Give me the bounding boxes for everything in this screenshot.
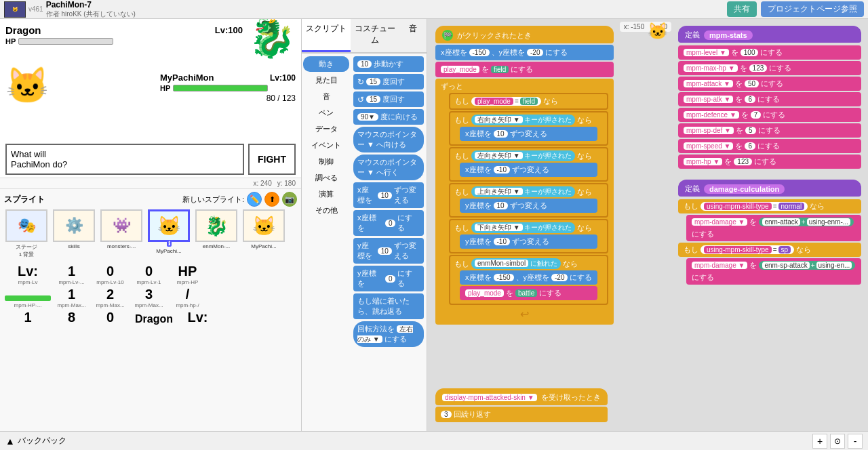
dialog-text: What will PachiMon do?: [5, 144, 244, 175]
cat-control[interactable]: 制御: [303, 154, 349, 169]
enemy-hp-label: HP: [5, 37, 16, 45]
monsters-sprite-item[interactable]: 👾 monsters-...: [99, 209, 144, 258]
block-set-y[interactable]: y座標を 0 にする: [353, 266, 424, 291]
block-point-dir[interactable]: 90▼ 度に向ける: [353, 109, 424, 125]
project-icon: 🐱: [4, 1, 26, 18]
player-name: MyPachiMon: [160, 73, 214, 83]
paint-sprite-btn[interactable]: ✏️: [247, 192, 262, 207]
backpack-label: バックパック: [18, 435, 66, 447]
block-turn-ccw[interactable]: ↺15 度回す: [353, 91, 424, 107]
mypachi-sprite-item[interactable]: 🐱 ℹ MyPachi...: [146, 209, 191, 258]
coord-x: x: 240: [254, 180, 272, 187]
player-hp-label: HP: [160, 84, 170, 92]
block-set-x[interactable]: x座標を 0 にする: [353, 210, 424, 236]
bottom-bar: ▲ バックパック + ⊙ -: [0, 431, 868, 450]
tab-script[interactable]: スクリプト: [302, 19, 351, 52]
left-panel: Dragon Lv:100 HP 🐉 🐱 MyPachiMon: [0, 19, 302, 431]
var-lv-1-label: mpm-Lv-1: [136, 279, 161, 285]
blocks-panel: スクリプト コスチューム 音 動き 見た目 音 ペン データ イベント 制御 調…: [302, 19, 427, 431]
cat-sound[interactable]: 音: [303, 89, 349, 104]
camera-sprite-btn[interactable]: 📷: [282, 192, 297, 207]
project-page-button[interactable]: プロジェクトページ参照: [761, 1, 864, 17]
player-hp-bar: [173, 85, 268, 91]
skills-sprite-item[interactable]: ⚙️ skills: [52, 209, 96, 258]
var-hp-label: mpm-HP: [177, 279, 199, 285]
var-lv-value: Lv:: [18, 264, 38, 279]
cat-pen[interactable]: ペン: [303, 105, 349, 121]
expand-backpack-icon[interactable]: ▲: [5, 436, 15, 447]
new-sprite-label: 新しいスプライト:: [182, 195, 244, 205]
var-display: Lv: mpm-Lv 1 mpm-Lv-... 0 mpm-Lv-10 0 mp…: [0, 261, 301, 328]
upload-sprite-btn[interactable]: ⬆: [264, 192, 279, 207]
block-goto[interactable]: マウスのポインター ▼ へ行く: [353, 155, 424, 180]
zoom-reset-button[interactable]: ⊙: [830, 434, 845, 449]
battle-dialog: What will PachiMon do? FIGHT: [0, 141, 301, 178]
player-level: Lv:100: [270, 73, 296, 83]
dragon-sprite: 🐉: [248, 19, 296, 57]
var-lv-1-value: 0: [145, 264, 153, 279]
fight-button[interactable]: FIGHT: [248, 144, 296, 175]
tab-costume[interactable]: コスチューム: [351, 19, 399, 52]
sprite-label: スプライト: [4, 194, 45, 205]
project-title: PachiMon-7: [46, 0, 136, 9]
canvas-x-coord: x: -150: [624, 23, 645, 30]
top-bar: 🐱 v461 PachiMon-7 作者 hiroKK (共有していない) 共有…: [0, 0, 868, 19]
mypachi2-sprite-item[interactable]: 🐱 MyPachi...: [241, 209, 286, 258]
cat-more[interactable]: その他: [303, 203, 349, 218]
tab-sound[interactable]: 音: [399, 19, 427, 52]
enemy-hp-bar: [18, 38, 113, 45]
script-canvas-area[interactable]: 🏁 がクリックされたとき x座標を -150 、y座標を -20 にする pla…: [427, 19, 868, 431]
enemy-level: Lv:100: [215, 25, 243, 35]
player-hp-numbers: 80 / 123: [267, 94, 296, 103]
green-flag-label: がクリックされたとき: [457, 30, 532, 41]
coord-y: y: 180: [277, 180, 296, 187]
var-hp-value: HP: [178, 264, 197, 279]
cat-looks[interactable]: 見た目: [303, 73, 349, 88]
sprite-section: スプライト 新しいスプライト: ✏️ ⬆ 📷 🎭 ステージ1 背景 ⚙️ ski…: [0, 188, 301, 261]
cat-sprite: 🐱: [5, 68, 50, 103]
project-author: 作者 hiroKK (共有していない): [46, 9, 136, 19]
var-hpbar-label: mpm-HP-...: [14, 302, 42, 308]
enmmon-sprite-item[interactable]: 🐉 enmMon-...: [194, 209, 239, 258]
cat-events[interactable]: イベント: [303, 138, 349, 153]
share-button[interactable]: 共有: [727, 1, 757, 17]
block-rotation-style[interactable]: 回転方法を 左右のみ ▼ にする: [353, 321, 424, 347]
zoom-in-button[interactable]: +: [812, 434, 827, 449]
cat-operators[interactable]: 演算: [303, 186, 349, 202]
block-set-x-by[interactable]: x座標を 10 ずつ変える: [353, 182, 424, 208]
var-lv1-value: 1: [68, 264, 75, 279]
game-screen: Dragon Lv:100 HP 🐉 🐱 MyPachiMon: [0, 19, 301, 141]
block-walk[interactable]: 10 歩動かす: [353, 56, 424, 72]
var-lv10-value: 0: [106, 264, 114, 279]
stage-sprite-item[interactable]: 🎭 ステージ1 背景: [4, 209, 49, 258]
cat-data[interactable]: データ: [303, 121, 349, 137]
var-lv-label: mpm-Lv: [18, 279, 38, 285]
block-bounce[interactable]: もし端に着いたら、跳ね返る: [353, 293, 424, 319]
cat-motion[interactable]: 動き: [303, 56, 349, 72]
cat-sensing[interactable]: 調べる: [303, 170, 349, 186]
block-point-toward[interactable]: マウスのポインター ▼ へ向ける: [353, 127, 424, 152]
var-lv1-label: mpm-Lv-...: [58, 279, 84, 285]
zoom-out-button[interactable]: -: [848, 434, 863, 449]
block-set-y-by[interactable]: y座標を 10 ずつ変える: [353, 238, 424, 264]
enemy-name: Dragon: [5, 24, 41, 36]
version-label: v461: [28, 5, 43, 13]
var-lv10-label: mpm-Lv-10: [96, 279, 123, 285]
block-turn-cw[interactable]: ↻15 度回す: [353, 74, 424, 89]
